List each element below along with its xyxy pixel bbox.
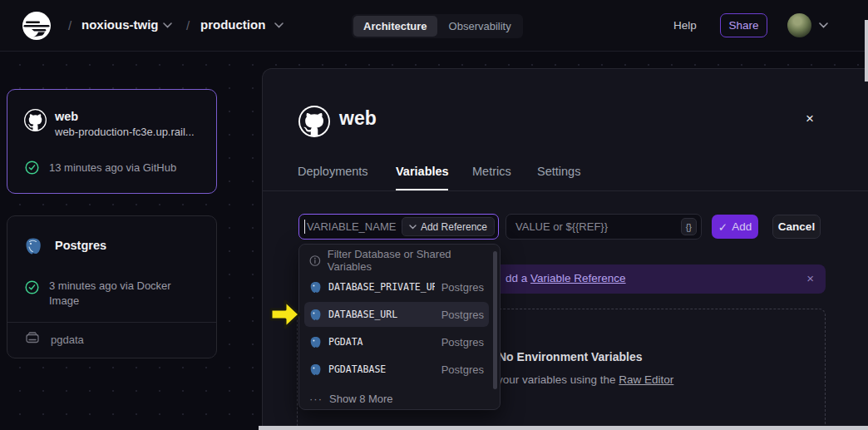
variable-source: Postgres [441, 309, 484, 321]
dropdown-item-database-private-url[interactable]: DATABASE_PRIVATE_URL Postgres [304, 274, 489, 299]
tab-architecture[interactable]: Architecture [353, 16, 437, 37]
top-bar: / noxious-twig / production Architecture… [0, 0, 868, 52]
dropdown-item-pgdatabase[interactable]: PGDATABASE Postgres [304, 357, 489, 382]
environment-chevron-down-icon[interactable] [274, 22, 284, 28]
help-link[interactable]: Help [673, 19, 697, 32]
show-more-label: Show 8 More [329, 393, 393, 405]
dropdown-scrollbar[interactable] [493, 251, 497, 389]
railway-logo-icon[interactable] [22, 11, 52, 41]
banner-text: dd a [506, 272, 530, 284]
project-chevron-down-icon[interactable] [163, 22, 172, 28]
share-button[interactable]: Share [720, 13, 767, 37]
variable-value-placeholder: VALUE or ${{REF}} [515, 220, 608, 233]
service-domain[interactable]: web-production-fc3e.up.rail... [55, 126, 195, 138]
braces-editor-button[interactable]: {} [681, 218, 697, 235]
view-switcher: Architecture Observability [352, 14, 523, 38]
variable-name: DATABASE_URL [328, 309, 435, 320]
github-icon [24, 109, 47, 131]
volume-name[interactable]: pgdata [51, 334, 84, 346]
dropdown-filter-input[interactable]: Filter Database or Shared Variables [304, 250, 489, 271]
variable-name-placeholder: VARIABLE_NAME [307, 220, 396, 233]
variable-reference-link[interactable]: Variable Reference [530, 272, 626, 284]
cancel-button[interactable]: Cancel [772, 215, 821, 239]
deploy-success-check-icon [25, 280, 39, 294]
panel-title: web [339, 107, 377, 130]
breadcrumb-separator: / [68, 18, 72, 32]
info-icon [309, 255, 321, 267]
breadcrumb-separator: / [186, 18, 190, 32]
tab-settings[interactable]: Settings [537, 165, 580, 178]
postgres-icon [309, 363, 322, 376]
github-icon [298, 106, 330, 137]
volume-icon [26, 332, 39, 344]
braces-icon: {} [686, 222, 692, 232]
postgres-icon [309, 309, 322, 321]
service-card-web[interactable]: web web-production-fc3e.up.rail... 13 mi… [7, 89, 217, 194]
variable-name: DATABASE_PRIVATE_URL [328, 281, 435, 293]
account-chevron-down-icon[interactable] [819, 22, 828, 28]
user-avatar[interactable] [787, 13, 811, 37]
tab-deployments[interactable]: Deployments [298, 165, 368, 178]
horizontal-scrollbar[interactable] [259, 426, 868, 430]
tabs-divider [263, 190, 868, 191]
empty-state-title: No Environment Variables [498, 350, 643, 363]
tab-observability[interactable]: Observability [439, 16, 521, 37]
postgres-icon [309, 281, 322, 294]
dropdown-filter-placeholder: Filter Database or Shared Variables [328, 248, 484, 273]
variable-name: PGDATABASE [328, 363, 435, 375]
variable-value-input[interactable]: VALUE or ${{REF}} {} [506, 214, 702, 240]
tab-variables[interactable]: Variables [396, 165, 449, 178]
variable-reference-dropdown: Filter Database or Shared Variables DATA… [298, 244, 501, 410]
add-reference-label: Add Reference [421, 221, 487, 233]
railway-project-canvas: / noxious-twig / production Architecture… [0, 0, 868, 430]
dropdown-item-database-url[interactable]: DATABASE_URL Postgres [304, 302, 489, 327]
service-name: Postgres [55, 239, 106, 252]
tab-metrics[interactable]: Metrics [472, 165, 511, 178]
raw-editor-link[interactable]: Raw Editor [619, 373, 673, 386]
variable-name: PGDATA [328, 336, 435, 348]
postgres-icon [24, 237, 42, 255]
check-icon: ✓ [718, 220, 727, 234]
postgres-icon [309, 336, 322, 348]
text-cursor [304, 220, 305, 234]
deploy-status: 3 minutes ago via Docker Image [49, 279, 182, 309]
chevron-down-icon [409, 225, 417, 230]
empty-state-text: your variables using the [497, 373, 619, 386]
deploy-success-check-icon [25, 161, 39, 175]
vertical-scrollbar[interactable] [865, 20, 868, 82]
banner-close-icon[interactable]: × [806, 271, 814, 285]
variable-name-input[interactable]: VARIABLE_NAME Add Reference [298, 214, 499, 240]
show-more-item[interactable]: ··· Show 8 More [304, 386, 489, 411]
active-tab-underline [396, 189, 448, 190]
variable-source: Postgres [441, 281, 484, 294]
variable-source: Postgres [441, 363, 484, 376]
variable-source: Postgres [441, 336, 484, 348]
highlight-arrow-cursor [268, 297, 303, 332]
service-name: web [55, 110, 78, 123]
add-variable-button[interactable]: ✓ Add [712, 215, 758, 239]
dropdown-item-pgdata[interactable]: PGDATA Postgres [304, 329, 489, 354]
add-reference-button[interactable]: Add Reference [402, 217, 495, 236]
panel-close-icon[interactable]: × [806, 111, 814, 127]
service-detail-panel: web × Deployments Variables Metrics Sett… [262, 68, 868, 430]
card-divider [7, 322, 216, 323]
breadcrumb-environment[interactable]: production [200, 17, 265, 32]
service-card-postgres[interactable]: Postgres 3 minutes ago via Docker Image … [7, 215, 217, 358]
add-button-label: Add [732, 220, 752, 233]
deploy-status: 13 minutes ago via GitHub [49, 161, 176, 175]
ellipsis-icon: ··· [309, 393, 323, 405]
breadcrumb-project[interactable]: noxious-twig [81, 17, 159, 32]
